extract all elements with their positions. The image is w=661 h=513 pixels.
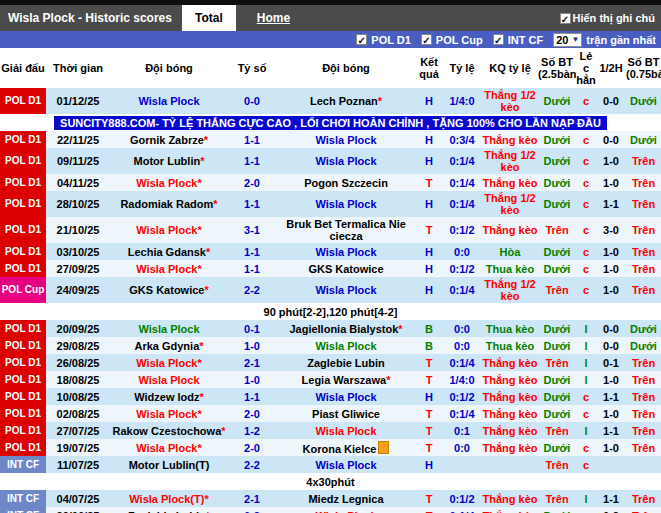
team-name[interactable]: Wisla Plock xyxy=(136,357,197,369)
result: B xyxy=(416,337,442,354)
result: H xyxy=(416,388,442,405)
show-notes-checkbox[interactable]: ✓ xyxy=(560,13,571,24)
ou25-result: Dưới xyxy=(538,148,576,174)
team-name[interactable]: Wisla Plock xyxy=(136,263,197,275)
away-team: Miedz Legnica xyxy=(276,490,416,507)
odd-even: c xyxy=(576,88,596,114)
odd-even: c xyxy=(576,148,596,174)
int-cf-checkbox[interactable]: ✓ xyxy=(493,34,504,45)
team-name[interactable]: Wisla Plock xyxy=(315,391,376,403)
star-marker: * xyxy=(204,493,208,505)
away-team: Zaglebie Lubin xyxy=(276,354,416,371)
team-name[interactable]: Wisla Plock xyxy=(315,246,376,258)
handicap-result: Thắng kèo xyxy=(482,388,538,405)
team-name[interactable]: Wisla Plock xyxy=(315,198,376,210)
away-team: Wisla Plock xyxy=(276,148,416,174)
team-name[interactable]: Korona Kielce xyxy=(303,443,377,455)
team-name[interactable]: Zaglebie Lubin xyxy=(307,357,385,369)
team-name[interactable]: Miedz Legnica xyxy=(308,493,383,505)
team-name[interactable]: Wisla Plock xyxy=(315,155,376,167)
team-name[interactable]: Radomiak Radom xyxy=(120,198,213,210)
team-name[interactable]: Wisla Plock xyxy=(315,425,376,437)
result: H xyxy=(416,456,442,473)
team-name[interactable]: Legia Warszawa xyxy=(302,374,387,386)
team-name[interactable]: Wisla Plock xyxy=(315,510,376,513)
match-count-suffix: trận gần nhất xyxy=(586,34,656,46)
match-date: 20/09/25 xyxy=(46,320,110,337)
score: 2-0 xyxy=(228,405,276,422)
match-date: 10/08/25 xyxy=(46,388,110,405)
tab-total[interactable]: Total xyxy=(182,5,236,31)
match-date: 26/08/25 xyxy=(46,354,110,371)
handicap-result: Thắng kèo xyxy=(482,371,538,388)
team-name[interactable]: Gornik Zabrze xyxy=(130,134,204,146)
team-name[interactable]: Wisla Plock xyxy=(315,340,376,352)
away-team: Lech Poznan* xyxy=(276,88,416,114)
team-name[interactable]: Wisla Plock xyxy=(138,95,199,107)
note-text: 4x30phút xyxy=(0,473,661,490)
team-name[interactable]: Pogon Szczecin xyxy=(304,177,388,189)
team-name[interactable]: GKS Katowice xyxy=(308,263,383,275)
team-name[interactable]: Lechia Gdansk xyxy=(128,246,206,258)
team-name[interactable]: GKS Katowice xyxy=(129,284,204,296)
match-row: INT CF11/07/25Motor Lublin(T)2-2Wisla Pl… xyxy=(0,456,661,473)
team-name[interactable]: Motor Lublin xyxy=(134,155,201,167)
team-name[interactable]: Rakow Czestochowa xyxy=(112,425,221,437)
pol-d1-checkbox[interactable]: ✓ xyxy=(356,34,367,45)
team-name[interactable]: Widzew lodz xyxy=(134,391,199,403)
team-name[interactable]: Jagiellonia Bialystok xyxy=(289,323,398,335)
ad-banner-cell: SUNCITY888.COM- TỶ LỆ THẮNG CỰC CAO , LỐ… xyxy=(0,114,661,131)
orange-card-icon xyxy=(378,441,389,454)
handicap-odds: 0:0 xyxy=(442,243,482,260)
halftime-score: 1-0 xyxy=(596,243,626,260)
team-name[interactable]: Wisla Plock xyxy=(136,224,197,236)
match-row: POL D110/08/25Widzew lodz*1-1Wisla Plock… xyxy=(0,388,661,405)
team-name[interactable]: Arka Gdynia xyxy=(134,340,199,352)
handicap-result: Thắng kèo xyxy=(482,490,538,507)
star-marker: * xyxy=(200,391,204,403)
team-name[interactable]: Lech Poznan xyxy=(310,95,378,107)
result: T xyxy=(416,507,442,513)
team-name[interactable]: Wisla Plock(T) xyxy=(129,493,204,505)
score: 1-1 xyxy=(228,388,276,405)
col-away-team: Đội bóng xyxy=(276,48,416,88)
team-name[interactable]: Zaglebie Lubin xyxy=(128,510,206,513)
team-name[interactable]: Wisla Plock xyxy=(136,442,197,454)
handicap-result: Thắng kèo xyxy=(482,217,538,243)
handicap-odds: 0:1/4 xyxy=(442,507,482,513)
away-team: Wisla Plock xyxy=(276,337,416,354)
halftime-score: 1-1 xyxy=(596,191,626,217)
team-name[interactable]: Wisla Plock xyxy=(138,323,199,335)
tab-home[interactable]: Home xyxy=(244,5,303,31)
team-name[interactable]: Wisla Plock xyxy=(315,459,376,471)
ou25-result: Dưới xyxy=(538,191,576,217)
halftime-score: 1-0 xyxy=(596,405,626,422)
pol-cup-checkbox[interactable]: ✓ xyxy=(421,34,432,45)
match-date: 11/07/25 xyxy=(46,456,110,473)
match-row: POL D120/09/25Wisla Plock0-1Jagiellonia … xyxy=(0,320,661,337)
team-name[interactable]: Wisla Plock xyxy=(136,177,197,189)
team-name[interactable]: Bruk Bet Termalica Nie ciecza xyxy=(286,218,406,242)
halftime-score: 1-0 xyxy=(596,439,626,456)
handicap-result: Thắng kèo xyxy=(482,174,538,191)
handicap-odds: 0:1/4 xyxy=(442,174,482,191)
team-name[interactable]: Motor Lublin(T) xyxy=(129,459,210,471)
team-name[interactable]: Wisla Plock xyxy=(138,374,199,386)
ou25-result: Trên xyxy=(538,456,576,473)
star-marker: * xyxy=(197,263,201,275)
match-row: POL D103/10/25Lechia Gdansk*1-1Wisla Plo… xyxy=(0,243,661,260)
team-name[interactable]: Wisla Plock xyxy=(315,284,376,296)
score: 0-0 xyxy=(228,88,276,114)
handicap-result: Thắng 1/2 kèo xyxy=(482,88,538,114)
away-team: Pogon Szczecin xyxy=(276,174,416,191)
result: H xyxy=(416,148,442,174)
league-badge: POL D1 xyxy=(0,131,46,148)
score: 1-1 xyxy=(228,191,276,217)
ad-banner-link[interactable]: SUNCITY888.COM- TỶ LỆ THẮNG CỰC CAO , LỐ… xyxy=(54,116,607,130)
match-count-select[interactable]: 20 ▼ xyxy=(553,33,582,47)
team-name[interactable]: Piast Gliwice xyxy=(312,408,380,420)
team-name[interactable]: Wisla Plock xyxy=(136,408,197,420)
team-name[interactable]: Wisla Plock xyxy=(315,134,376,146)
away-team: Wisla Plock xyxy=(276,131,416,148)
handicap-odds: 1/4:0 xyxy=(442,371,482,388)
